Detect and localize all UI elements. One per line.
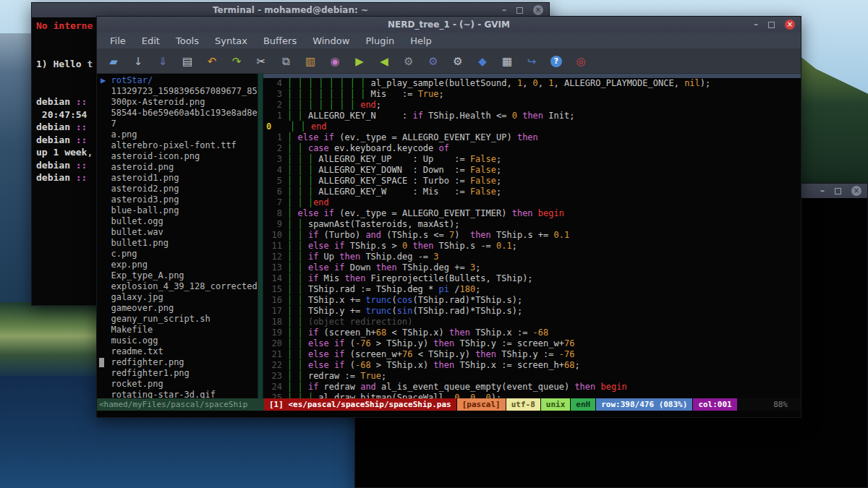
menu-window[interactable]: Window (305, 34, 357, 48)
code-line[interactable]: 16│ │ TShip.x += trunc(cos(TShip.rad)*TS… (263, 295, 801, 306)
gvim-titlebar[interactable]: NERD_tree_1 - (~) - GVIM – × (97, 17, 801, 33)
code-line[interactable]: 9│ │ spawnAst(Tasteroids, maxAst); (263, 219, 801, 230)
tree-file-item[interactable]: blue-ball.png (97, 205, 258, 216)
tree-file-item[interactable]: asteroid2.png (97, 184, 258, 194)
code-line[interactable]: 4│ │ │ ALLEGRO_KEY_DOWN : Down := False; (263, 165, 801, 176)
tree-file-item[interactable]: asteroid.png (97, 162, 258, 173)
tree-file-item[interactable]: alterebro-pixel-font.ttf (97, 140, 258, 151)
tree-file-item[interactable]: geany_run_script.sh (97, 314, 258, 325)
code-line[interactable]: 12│ │ if Up then TShip.deg -= 3 (263, 252, 801, 262)
nerdtree-pane[interactable]: ▶ rotStar/ 11329723_1598396567089677_852… (97, 74, 258, 398)
run-script-icon[interactable]: ⚙ (446, 53, 470, 70)
tree-file-item[interactable]: music.ogg (97, 335, 258, 346)
tree-file-item[interactable]: 300px-Asteroid.png (97, 97, 258, 108)
tree-file-item[interactable]: c.png (97, 249, 258, 260)
tree-file-item[interactable]: galaxy.jpg (97, 292, 258, 303)
code-line[interactable]: 14│ │ if Mis then Fireprojectile(Bullets… (263, 273, 801, 284)
tree-file-item[interactable]: bullet.ogg (97, 216, 258, 227)
code-line[interactable]: 3│ │ │ AlLEGRO_KEY_UP : Up := False; (263, 154, 801, 165)
code-line[interactable]: 11│ │ else if TShip.s > 0 then TShip.s -… (263, 241, 801, 252)
tree-file-item[interactable]: rocket.png (97, 379, 258, 390)
redo-icon[interactable]: ↷ (224, 53, 249, 70)
tree-file-item[interactable]: gameover.png (97, 303, 258, 314)
terminal-maximize-button[interactable] (516, 7, 523, 14)
code-line[interactable]: 21│ │ else if (screen_w+76 < TShip.y) th… (263, 349, 801, 360)
gvim-maximize-button[interactable] (768, 22, 775, 28)
gvim-minimize-button[interactable]: – (754, 22, 758, 27)
code-line[interactable]: 3│ │ │ │ │ │ │ │ Mis := True; (263, 89, 801, 100)
code-line[interactable]: 18│ │ (object redirection) (263, 317, 801, 328)
code-line[interactable]: 20│ │ else if (-76 > TShip.y) then TShip… (263, 338, 801, 349)
code-line[interactable]: 23│ │ redraw := True; (263, 371, 801, 382)
menu-tools[interactable]: Tools (169, 34, 206, 48)
save-all-icon[interactable]: ⇓ (150, 53, 175, 70)
tree-file-item[interactable]: asteroid3.png (97, 194, 258, 205)
load-session-icon[interactable]: ⚙ (396, 53, 421, 70)
code-line[interactable]: 15│ │ TShip.rad := TShip.deg * pi /180; (263, 284, 801, 295)
find-replace-icon[interactable]: ◉ (323, 53, 347, 70)
tree-file-item[interactable]: asteroid-icon.png (97, 151, 258, 162)
copy-icon[interactable]: ⧉ (273, 53, 298, 70)
gvim-close-button[interactable]: × (785, 20, 795, 30)
cut-icon[interactable]: ✂ (249, 53, 273, 70)
tree-file-item[interactable]: 58544-b6e59e60a4b1c193e8ad8e1 (97, 108, 258, 119)
code-pane[interactable]: 4│ │ │ │ │ │ │ │ al_play_sample(bulletSo… (263, 74, 801, 398)
code-line[interactable]: 4│ │ │ │ │ │ │ │ al_play_sample(bulletSo… (263, 78, 801, 89)
menu-plugin[interactable]: Plugin (358, 34, 401, 48)
code-line[interactable]: 1│ │ ALLEGRO_KEY_N : if TShip.Health <= … (263, 111, 801, 121)
background-window-maximize-button[interactable] (835, 188, 841, 194)
code-line[interactable]: 6│ │ │ ALLEGRO_KEY_W : Mis := False; (263, 187, 801, 197)
terminal-titlebar[interactable]: Terminal - mohamed@debian: ~ – × (32, 3, 549, 17)
tree-file-item[interactable]: Exp_type_A.png (97, 270, 258, 281)
code-line[interactable]: 2│ │ case ev.keyboard.keycode of (263, 143, 801, 154)
menu-buffers[interactable]: Buffers (256, 34, 304, 48)
code-line[interactable]: 0│ │ end (263, 121, 801, 132)
save-file-icon[interactable]: ↓ (126, 53, 150, 70)
gvim-window[interactable]: NERD_tree_1 - (~) - GVIM – × FileEditToo… (96, 16, 801, 418)
tree-file-item[interactable]: readme.txt (97, 346, 258, 357)
jump-tag-icon[interactable]: ↪ (519, 53, 544, 70)
tree-file-item[interactable]: bullet.wav (97, 227, 258, 238)
tree-file-item[interactable]: rotating-star-3d.gif (97, 390, 258, 398)
tree-file-item[interactable]: Makefile (97, 325, 258, 335)
menu-syntax[interactable]: Syntax (208, 34, 255, 48)
menu-edit[interactable]: Edit (135, 34, 167, 48)
tree-file-item[interactable]: asteroid1.png (97, 173, 258, 184)
terminal-minimize-button[interactable]: – (502, 8, 506, 12)
tree-file-item[interactable]: 11329723_1598396567089677_852 (97, 86, 258, 97)
menu-file[interactable]: File (103, 34, 133, 48)
tree-file-item[interactable]: explosion_4_39_128_corrected. (97, 281, 258, 292)
tree-file-item[interactable]: exp.png (97, 260, 258, 270)
save-session-icon[interactable]: ⚙ (421, 53, 446, 70)
find-next-icon[interactable]: ▶ (347, 53, 372, 70)
code-line[interactable]: 1│ else if (ev._type = ALLEGRO_EVENT_KEY… (263, 132, 801, 143)
tree-file-item[interactable]: 7 (97, 119, 258, 129)
tree-dir-item[interactable]: ▶ rotStar/ (97, 75, 258, 86)
find-help-icon[interactable]: ◎ (569, 53, 593, 70)
print-icon[interactable]: ▤ (175, 53, 200, 70)
tree-file-item[interactable]: redfighter.png (97, 357, 258, 368)
code-line[interactable]: 17│ │ TShip.y += trunc(sin(TShip.rad)*TS… (263, 306, 801, 317)
open-folder-icon[interactable]: ▰ (101, 53, 126, 70)
gvim-command-line[interactable] (97, 411, 801, 417)
code-line[interactable]: 2│ │ │ │ │ │ │ end; (263, 100, 801, 111)
paste-icon[interactable]: ▥ (298, 53, 323, 70)
code-line[interactable]: 8│ else if (ev._type = ALLEGRO_EVENT_TIM… (263, 208, 801, 219)
undo-icon[interactable]: ↶ (200, 53, 224, 70)
make-icon[interactable]: ◆ (470, 53, 495, 70)
code-line[interactable]: 22│ │ else if (-68 > TShip.x) then TShip… (263, 360, 801, 371)
help-icon[interactable]: ? (544, 53, 569, 70)
background-window-minimize-button[interactable]: – (820, 189, 825, 193)
build-tags-icon[interactable]: ▦ (495, 53, 519, 70)
tree-file-item[interactable]: bullet1.png (97, 238, 258, 249)
tree-file-item[interactable]: redfighter1.png (97, 368, 258, 379)
code-line[interactable]: 19│ │ if (screen_h+68 < TShip.x) then TS… (263, 328, 801, 338)
terminal-close-button[interactable]: × (533, 5, 543, 15)
menu-help[interactable]: Help (403, 34, 439, 48)
code-line[interactable]: 25│ │ │ al_draw_bitmap(SpaceWall, 0, 0, … (263, 393, 801, 398)
window-separator[interactable] (258, 74, 263, 398)
code-line[interactable]: 13│ │ else if Down then TShip.deg += 3; (263, 262, 801, 273)
code-line[interactable]: 7│ │ │end (263, 197, 801, 208)
code-line[interactable]: 10│ │ if (Turbo) and (TShip.s <= 7) then… (263, 230, 801, 241)
find-prev-icon[interactable]: ◀ (372, 53, 396, 70)
